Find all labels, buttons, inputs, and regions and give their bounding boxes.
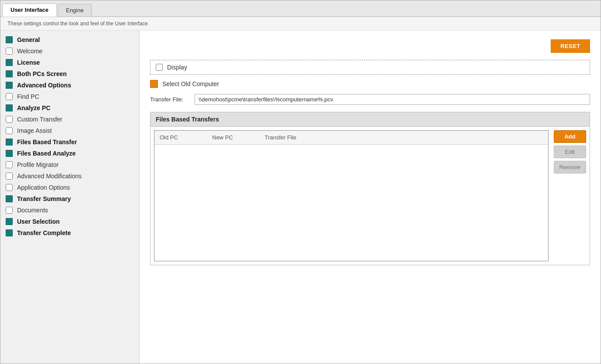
display-label: Display: [167, 64, 187, 71]
sidebar-label-image-assist: Image Assist: [17, 127, 52, 134]
sidebar-checkbox-advanced-modifications[interactable]: [6, 173, 13, 180]
subtitle-bar: These settings control the look and feel…: [0, 17, 601, 31]
sidebar-checkbox-application-options[interactable]: [6, 184, 13, 191]
sidebar-item-advanced-modifications[interactable]: Advanced Modifications: [0, 170, 139, 182]
sidebar-square-icon-transfer-complete: [6, 229, 13, 236]
content-inner: RESET Display Select Old Computer Transf…: [140, 31, 601, 279]
sidebar-square-icon-license: [6, 59, 13, 66]
remove-button[interactable]: Remove: [554, 161, 586, 173]
sidebar-label-license: License: [17, 59, 40, 66]
tab-bar: User InterfaceEngine: [0, 0, 601, 17]
edit-button[interactable]: Edit: [554, 146, 586, 158]
reset-button[interactable]: RESET: [551, 39, 590, 53]
table-area: Old PC New PC Transfer File Add Edit Rem…: [150, 127, 590, 265]
sidebar-item-transfer-summary[interactable]: Transfer Summary: [0, 193, 139, 205]
sidebar-label-transfer-complete: Transfer Complete: [17, 229, 71, 236]
sidebar-label-find-pc: Find PC: [17, 93, 39, 100]
sidebar-label-profile-migrator: Profile Migrator: [17, 161, 59, 168]
sidebar-square-icon-both-pcs-screen: [6, 70, 13, 77]
sidebar-item-custom-transfer[interactable]: Custom Transfer: [0, 114, 139, 125]
sidebar-item-user-selection[interactable]: User Selection: [0, 216, 139, 227]
display-checkbox[interactable]: [156, 64, 163, 71]
table-wrapper: Old PC New PC Transfer File: [154, 130, 549, 261]
sidebar-label-transfer-summary: Transfer Summary: [17, 195, 71, 202]
sidebar-label-custom-transfer: Custom Transfer: [17, 116, 62, 123]
sidebar-label-analyze-pc: Analyze PC: [17, 104, 50, 111]
sidebar-label-files-based-transfer: Files Based Transfer: [17, 139, 77, 146]
sidebar-square-icon-files-based-analyze: [6, 150, 13, 157]
main-layout: GeneralWelcomeLicenseBoth PCs ScreenAdva…: [0, 31, 601, 364]
sidebar-checkbox-profile-migrator[interactable]: [6, 161, 13, 168]
sidebar-label-user-selection: User Selection: [17, 218, 59, 225]
sidebar-item-welcome[interactable]: Welcome: [0, 45, 139, 57]
sidebar-checkbox-find-pc[interactable]: [6, 93, 13, 100]
sidebar-checkbox-image-assist[interactable]: [6, 127, 13, 134]
sidebar-square-icon-transfer-summary: [6, 195, 13, 202]
sidebar-label-welcome: Welcome: [17, 48, 42, 55]
sidebar: GeneralWelcomeLicenseBoth PCs ScreenAdva…: [0, 31, 140, 364]
sidebar-item-advanced-options[interactable]: Advanced Options: [0, 80, 139, 91]
sidebar-label-advanced-options: Advanced Options: [17, 82, 71, 89]
sidebar-item-image-assist[interactable]: Image Assist: [0, 125, 139, 136]
files-based-transfers-section: Files Based Transfers Old PC New PC Tran…: [150, 112, 590, 265]
sidebar-item-license[interactable]: License: [0, 57, 139, 68]
col-transfer-file: Transfer File: [259, 132, 312, 142]
sidebar-item-general[interactable]: General: [0, 34, 139, 45]
sidebar-checkbox-documents[interactable]: [6, 207, 13, 214]
sidebar-label-application-options: Application Options: [17, 184, 70, 191]
col-new-pc: New PC: [207, 132, 259, 142]
sidebar-label-documents: Documents: [17, 207, 48, 214]
display-dotted-box: Display: [150, 60, 590, 75]
sidebar-item-analyze-pc[interactable]: Analyze PC: [0, 102, 139, 114]
content-area: RESET Display Select Old Computer Transf…: [140, 31, 601, 364]
sidebar-item-documents[interactable]: Documents: [0, 205, 139, 216]
transfer-file-input[interactable]: [195, 94, 590, 105]
sidebar-square-icon-analyze-pc: [6, 104, 13, 111]
table-btn-col: Add Edit Remove: [552, 127, 590, 177]
files-based-transfers-title: Files Based Transfers: [150, 112, 590, 127]
transfer-file-row: Transfer File:: [150, 94, 590, 105]
sidebar-square-icon-user-selection: [6, 218, 13, 225]
sidebar-item-both-pcs-screen[interactable]: Both PCs Screen: [0, 68, 139, 80]
sidebar-label-advanced-modifications: Advanced Modifications: [17, 173, 82, 180]
tab-user-interface[interactable]: User Interface: [2, 3, 57, 17]
select-old-computer-label: Select Old Computer: [162, 80, 219, 87]
select-old-computer-icon: [150, 80, 158, 88]
sidebar-item-application-options[interactable]: Application Options: [0, 182, 139, 193]
add-button[interactable]: Add: [554, 130, 586, 143]
sidebar-item-files-based-transfer[interactable]: Files Based Transfer: [0, 136, 139, 148]
sidebar-item-transfer-complete[interactable]: Transfer Complete: [0, 227, 139, 239]
sidebar-item-find-pc[interactable]: Find PC: [0, 91, 139, 102]
sidebar-label-general: General: [17, 36, 40, 43]
sidebar-square-icon-general: [6, 36, 13, 43]
sidebar-square-icon-advanced-options: [6, 82, 13, 89]
reset-btn-row: RESET: [150, 39, 590, 53]
sidebar-item-files-based-analyze[interactable]: Files Based Analyze: [0, 148, 139, 159]
sidebar-checkbox-custom-transfer[interactable]: [6, 116, 13, 123]
sidebar-checkbox-welcome[interactable]: [6, 48, 13, 55]
sidebar-label-files-based-analyze: Files Based Analyze: [17, 150, 76, 157]
sidebar-label-both-pcs-screen: Both PCs Screen: [17, 70, 67, 77]
table-col-header: Old PC New PC Transfer File: [154, 131, 548, 145]
transfer-file-label: Transfer File:: [150, 96, 189, 103]
select-computer-row: Select Old Computer: [150, 80, 590, 88]
table-body: [154, 145, 548, 258]
sidebar-item-profile-migrator[interactable]: Profile Migrator: [0, 159, 139, 170]
col-old-pc: Old PC: [154, 132, 207, 142]
sidebar-square-icon-files-based-transfer: [6, 139, 13, 146]
tab-engine[interactable]: Engine: [58, 4, 92, 16]
subtitle-text: These settings control the look and feel…: [7, 21, 148, 27]
app-container: User InterfaceEngine These settings cont…: [0, 0, 601, 364]
